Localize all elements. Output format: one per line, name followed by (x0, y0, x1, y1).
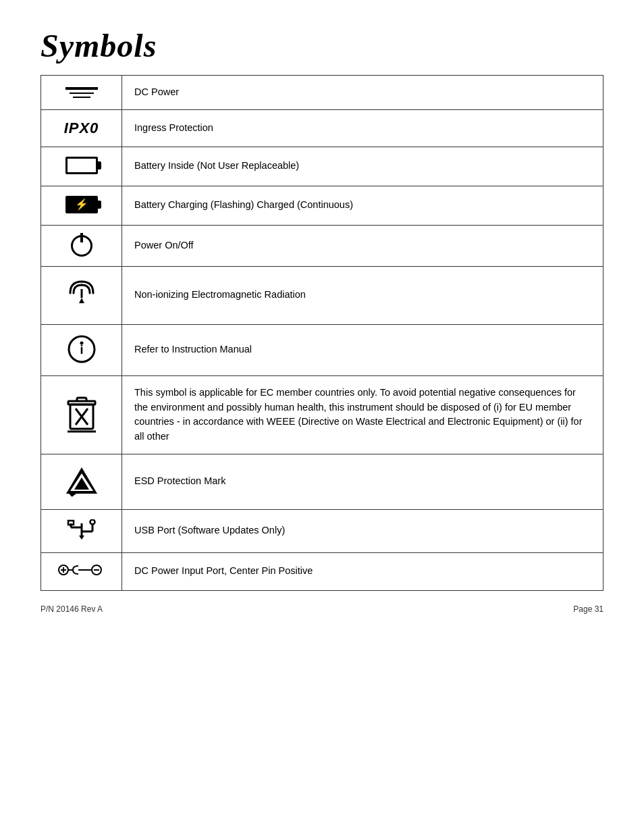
desc-manual: Refer to Instruction Manual (122, 324, 603, 375)
table-row: DC Power Input Port, Center Pin Positive (41, 552, 603, 590)
usb-icon (64, 532, 99, 543)
table-row: USB Port (Software Updates Only) (41, 509, 603, 552)
battery-charging-icon (53, 196, 109, 215)
symbol-esd (41, 454, 122, 509)
desc-dc-port: DC Power Input Port, Center Pin Positive (122, 552, 603, 590)
symbol-usb (41, 509, 122, 552)
table-row: Power On/Off (41, 225, 603, 266)
table-row: i Refer to Instruction Manual (41, 324, 603, 375)
power-onoff-icon (53, 235, 109, 257)
footer: P/N 20146 Rev A Page 31 (41, 604, 603, 614)
symbol-battery-inside (41, 147, 122, 186)
desc-usb: USB Port (Software Updates Only) (122, 509, 603, 552)
desc-ipx0: Ingress Protection (122, 109, 603, 147)
table-row: This symbol is applicable for EC member … (41, 375, 603, 454)
desc-battery-charging: Battery Charging (Flashing) Charged (Con… (122, 186, 603, 225)
svg-point-4 (80, 341, 83, 344)
table-row: Battery Inside (Not User Replaceable) (41, 147, 603, 186)
svg-rect-6 (68, 401, 95, 405)
footer-right: Page 31 (573, 604, 603, 614)
symbol-dc-power (41, 76, 122, 110)
svg-rect-18 (68, 521, 74, 525)
dc-port-icon (58, 567, 105, 580)
desc-battery-inside: Battery Inside (Not User Replaceable) (122, 147, 603, 186)
dc-power-icon (53, 87, 109, 98)
symbol-ipx0: IPX0 (41, 109, 122, 147)
table-row: DC Power (41, 76, 603, 110)
symbol-battery-charging (41, 186, 122, 225)
desc-esd: ESD Protection Mark (122, 454, 603, 509)
table-row: Non-ionizing Electromagnetic Radiation (41, 266, 603, 324)
table-row: IPX0 Ingress Protection (41, 109, 603, 147)
wireless-icon (65, 293, 99, 314)
desc-power-onoff: Power On/Off (122, 225, 603, 266)
page-title: Symbols (41, 27, 603, 64)
manual-icon: i (67, 355, 97, 366)
table-row: Battery Charging (Flashing) Charged (Con… (41, 186, 603, 225)
symbols-table: DC Power IPX0 Ingress Protection Battery… (41, 75, 603, 591)
esd-icon (65, 489, 99, 500)
svg-text:i: i (80, 343, 83, 357)
svg-point-21 (90, 519, 95, 524)
symbol-weee (41, 375, 122, 454)
ipx0-icon: IPX0 (64, 120, 99, 136)
footer-left: P/N 20146 Rev A (41, 604, 103, 614)
desc-wireless: Non-ionizing Electromagnetic Radiation (122, 266, 603, 324)
desc-weee: This symbol is applicable for EC member … (122, 375, 603, 454)
symbol-dc-port (41, 552, 122, 590)
svg-marker-1 (79, 298, 84, 303)
svg-marker-22 (79, 536, 84, 540)
table-row: ESD Protection Mark (41, 454, 603, 509)
symbol-power-onoff (41, 225, 122, 266)
desc-dc-power: DC Power (122, 76, 603, 110)
symbol-manual: i (41, 324, 122, 375)
weee-icon (65, 424, 99, 435)
battery-inside-icon (65, 157, 98, 174)
symbol-wireless (41, 266, 122, 324)
